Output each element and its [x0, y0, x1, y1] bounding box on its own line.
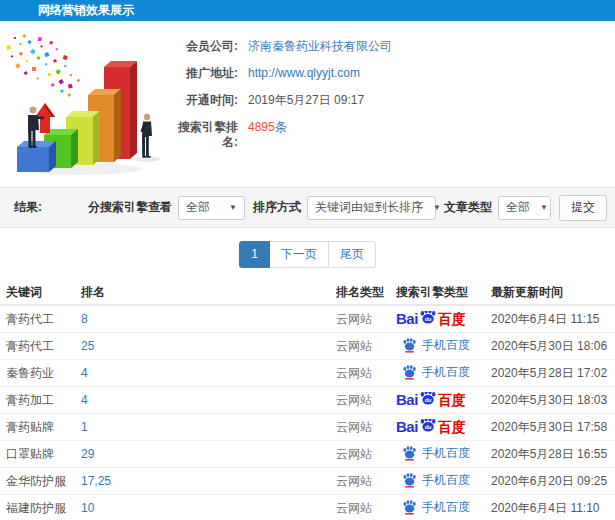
field-open-time: 开通时间: 2019年5月27日 09:17	[170, 93, 615, 108]
baidu-pc-logo: Bai du 百度	[396, 311, 466, 326]
titlebar: 网络营销效果展示	[0, 0, 615, 21]
col-header-engine-type: 搜索引擎类型	[396, 284, 491, 301]
rank-link[interactable]: 1	[81, 420, 88, 434]
updated-cell: 2020年5月30日 17:58	[491, 419, 615, 436]
mobile-baidu-logo: 手机百度	[402, 364, 470, 380]
engine-cell: Bai du 百度	[396, 392, 491, 408]
baidu-paw-icon	[402, 364, 417, 380]
article-type-label: 文章类型	[444, 199, 492, 216]
engine-select[interactable]: 全部 ▼	[178, 196, 245, 220]
baidu-paw-icon: du	[419, 311, 437, 326]
table-row: 膏药代工25云网站 手机百度2020年5月30日 18:06	[0, 333, 615, 360]
mobile-baidu-logo: 手机百度	[402, 337, 470, 353]
filter-controls: 分搜索引擎查看 全部 ▼ 排序方式 关键词由短到长排序 ▼ 文章类型 全部 ▼ …	[80, 195, 607, 221]
rank-cell: 8	[81, 312, 336, 326]
keyword-cell: 秦鲁药业	[6, 365, 81, 382]
rank-type-cell: 云网站	[336, 338, 396, 355]
field-rank-count: 搜索引擎排名: 4895条	[170, 120, 615, 150]
field-url: 推广地址: http://www.qlyyjt.com	[170, 66, 615, 81]
profile-section: 会员公司: 济南秦鲁药业科技有限公司 推广地址: http://www.qlyy…	[0, 21, 615, 187]
caret-down-icon: ▼	[433, 203, 441, 212]
col-header-rank: 排名	[81, 284, 336, 301]
col-header-keyword: 关键词	[6, 284, 81, 301]
rank-type-cell: 云网站	[336, 311, 396, 328]
updated-cell: 2020年5月28日 17:02	[491, 365, 615, 382]
engine-cell: 手机百度	[396, 364, 491, 383]
table-row: 福建防护服10云网站 手机百度2020年6月4日 11:10	[0, 495, 615, 520]
rank-link[interactable]: 25	[81, 339, 94, 353]
keyword-cell: 膏药代工	[6, 311, 81, 328]
page-button-1[interactable]: 1	[239, 241, 270, 268]
col-header-updated: 最新更新时间	[491, 284, 615, 301]
bar-blue	[17, 141, 56, 172]
table-row: 口罩贴牌29云网站 手机百度2020年5月28日 16:55	[0, 441, 615, 468]
promo-url-link[interactable]: http://www.qlyyjt.com	[248, 66, 360, 81]
table-body: 膏药代工8云网站Bai du 百度2020年6月4日 11:15膏药代工25云网…	[0, 306, 615, 520]
engine-cell: 手机百度	[396, 499, 491, 518]
table-row: 金华防护服17,25云网站 手机百度2020年6月20日 09:25	[0, 468, 615, 495]
rank-cell: 4	[81, 366, 336, 380]
rank-type-cell: 云网站	[336, 365, 396, 382]
baidu-paw-icon	[402, 499, 417, 515]
rank-link[interactable]: 4	[81, 393, 88, 407]
svg-text:du: du	[425, 396, 432, 402]
rank-link[interactable]: 8	[81, 312, 88, 326]
rank-count-value: 4895条	[248, 120, 287, 135]
engine-select-value: 全部	[186, 199, 210, 216]
col-header-rank-type: 排名类型	[336, 284, 396, 301]
sort-select-value: 关键词由短到长排序	[315, 199, 423, 216]
engine-cell: 手机百度	[396, 445, 491, 464]
rank-link[interactable]: 29	[81, 447, 94, 461]
rank-cell: 25	[81, 339, 336, 353]
engine-filter-label: 分搜索引擎查看	[88, 199, 172, 216]
next-page-button[interactable]: 下一页	[269, 241, 329, 268]
person-right	[141, 114, 152, 158]
keyword-rank-table: 关键词 排名 排名类型 搜索引擎类型 最新更新时间 膏药代工8云网站Bai du…	[0, 280, 615, 520]
rank-link[interactable]: 4	[81, 366, 88, 380]
rank-type-cell: 云网站	[336, 419, 396, 436]
rank-link[interactable]: 17,25	[81, 474, 111, 488]
field-company: 会员公司: 济南秦鲁药业科技有限公司	[170, 39, 615, 54]
pagination: 1 下一页 尾页	[239, 241, 376, 268]
rank-cell: 17,25	[81, 474, 336, 488]
sort-filter-label: 排序方式	[253, 199, 301, 216]
baidu-pc-logo: Bai du 百度	[396, 419, 466, 434]
last-page-button[interactable]: 尾页	[328, 241, 376, 268]
open-time-label: 开通时间:	[170, 93, 238, 108]
updated-cell: 2020年5月30日 18:06	[491, 338, 615, 355]
page: 网络营销效果展示	[0, 0, 615, 520]
baidu-pc-logo: Bai du 百度	[396, 392, 466, 407]
keyword-cell: 膏药贴牌	[6, 419, 81, 436]
keyword-cell: 膏药代工	[6, 338, 81, 355]
updated-cell: 2020年5月28日 16:55	[491, 446, 615, 463]
rank-cell: 1	[81, 420, 336, 434]
engine-cell: 手机百度	[396, 337, 491, 356]
rank-link[interactable]: 10	[81, 501, 94, 515]
mobile-baidu-logo: 手机百度	[402, 499, 470, 515]
filter-bar: 结果: 分搜索引擎查看 全部 ▼ 排序方式 关键词由短到长排序 ▼ 文章类型 全…	[0, 187, 615, 228]
svg-text:du: du	[425, 423, 432, 429]
company-link[interactable]: 济南秦鲁药业科技有限公司	[248, 39, 392, 54]
table-header-row: 关键词 排名 排名类型 搜索引擎类型 最新更新时间	[0, 280, 615, 306]
rank-cell: 4	[81, 393, 336, 407]
rank-type-cell: 云网站	[336, 392, 396, 409]
table-row: 膏药贴牌1云网站Bai du 百度2020年5月30日 17:58	[0, 414, 615, 441]
svg-text:du: du	[425, 315, 432, 321]
baidu-paw-icon	[402, 337, 417, 353]
rank-cell: 29	[81, 447, 336, 461]
submit-button[interactable]: 提交	[559, 195, 607, 221]
baidu-paw-icon	[402, 445, 417, 461]
keyword-cell: 口罩贴牌	[6, 446, 81, 463]
rank-count-number: 4895	[248, 120, 275, 134]
sort-select[interactable]: 关键词由短到长排序 ▼	[307, 196, 436, 220]
table-row: 膏药加工4云网站Bai du 百度2020年5月30日 18:03	[0, 387, 615, 414]
confetti-dots	[6, 34, 80, 97]
table-row: 膏药代工8云网站Bai du 百度2020年6月4日 11:15	[0, 306, 615, 333]
article-type-select[interactable]: 全部 ▼	[498, 196, 551, 220]
updated-cell: 2020年6月4日 11:10	[491, 500, 615, 517]
caret-down-icon: ▼	[540, 203, 548, 212]
result-label: 结果:	[14, 199, 42, 216]
profile-fields: 会员公司: 济南秦鲁药业科技有限公司 推广地址: http://www.qlyy…	[170, 29, 615, 181]
bar-chart-illustration	[4, 29, 170, 179]
keyword-cell: 金华防护服	[6, 473, 81, 490]
